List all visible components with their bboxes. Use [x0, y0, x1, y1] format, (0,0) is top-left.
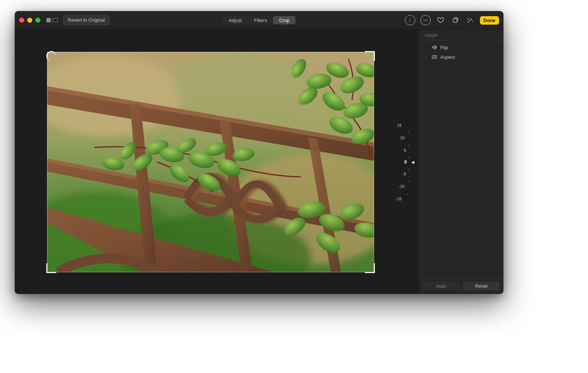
reset-crop-button[interactable]: Reset	[463, 282, 500, 290]
panel-list: Flip 〉 Aspect	[419, 40, 503, 64]
info-button[interactable]	[405, 15, 415, 25]
crop-panel: CROP Flip 〉	[419, 30, 503, 294]
revert-to-original-button[interactable]: Revert to Original	[63, 15, 110, 25]
fullscreen-window-button[interactable]	[35, 18, 40, 23]
window-controls	[19, 18, 40, 23]
svg-point-59	[408, 157, 409, 158]
dial-svg: 15 10 5 0 -5 -10 -15	[321, 118, 409, 206]
svg-rect-6	[453, 19, 457, 22]
auto-enhance-button[interactable]	[465, 15, 475, 25]
dial-pointer-icon: ◀	[411, 159, 414, 164]
split-icon	[52, 18, 52, 22]
straighten-dial[interactable]: 15 10 5 0 -5 -10 -15	[321, 118, 409, 206]
sidebar-toggle-button[interactable]	[46, 18, 58, 22]
panel-footer: Auto Reset	[419, 278, 503, 294]
rotate-icon	[452, 17, 459, 24]
photos-edit-window: Revert to Original Adjust Filters Crop	[15, 11, 503, 294]
toolbar-right: Done	[405, 15, 499, 25]
done-button[interactable]: Done	[480, 16, 499, 25]
crop-handle-tl[interactable]	[44, 49, 54, 59]
chevron-right-icon: 〉	[425, 54, 429, 60]
svg-point-60	[408, 169, 409, 170]
toolbar: Revert to Original Adjust Filters Crop	[15, 11, 503, 30]
panel-title: CROP	[419, 30, 503, 40]
tab-crop[interactable]: Crop	[273, 16, 295, 25]
crop-handle-bl[interactable]	[44, 265, 54, 275]
svg-text:5: 5	[404, 148, 406, 153]
heart-icon	[437, 17, 444, 24]
crop-handle-br[interactable]	[367, 265, 377, 275]
panel-row-flip[interactable]: Flip	[423, 43, 500, 52]
auto-crop-button[interactable]: Auto	[423, 282, 459, 290]
svg-text:-15: -15	[396, 197, 402, 201]
info-icon	[408, 18, 413, 23]
minimize-window-button[interactable]	[27, 18, 32, 23]
panel-row-flip-label: Flip	[440, 45, 448, 50]
panel-row-aspect-label: Aspect	[440, 54, 455, 60]
wand-icon	[466, 17, 474, 24]
svg-point-57	[408, 132, 409, 133]
tab-adjust[interactable]: Adjust	[223, 16, 248, 25]
tab-filters[interactable]: Filters	[248, 16, 273, 25]
sidebar-icon	[46, 18, 51, 22]
flip-icon	[431, 44, 437, 50]
close-window-button[interactable]	[19, 18, 24, 23]
rotate-button[interactable]	[451, 15, 460, 25]
more-icon	[423, 18, 428, 23]
svg-point-5	[426, 20, 427, 21]
crop-handle-tr[interactable]	[367, 49, 377, 59]
svg-point-61	[408, 181, 409, 182]
content-icon	[53, 18, 58, 22]
svg-point-62	[407, 194, 408, 195]
svg-point-4	[425, 20, 426, 21]
svg-text:-10: -10	[399, 184, 405, 189]
svg-text:15: 15	[397, 123, 402, 128]
editor-body: 15 10 5 0 -5 -10 -15	[15, 30, 503, 294]
svg-rect-63	[432, 55, 437, 58]
svg-text:10: 10	[400, 136, 405, 140]
favorite-button[interactable]	[436, 15, 445, 25]
svg-point-2	[410, 19, 410, 19]
svg-point-58	[408, 145, 409, 146]
more-button[interactable]	[420, 15, 431, 25]
svg-text:-5: -5	[402, 172, 406, 176]
canvas-area: 15 10 5 0 -5 -10 -15	[15, 30, 419, 294]
svg-point-3	[423, 20, 424, 21]
aspect-icon	[431, 54, 437, 60]
svg-text:0: 0	[404, 159, 407, 165]
panel-row-aspect[interactable]: 〉 Aspect	[423, 52, 500, 62]
edit-mode-tabs: Adjust Filters Crop	[222, 15, 296, 25]
